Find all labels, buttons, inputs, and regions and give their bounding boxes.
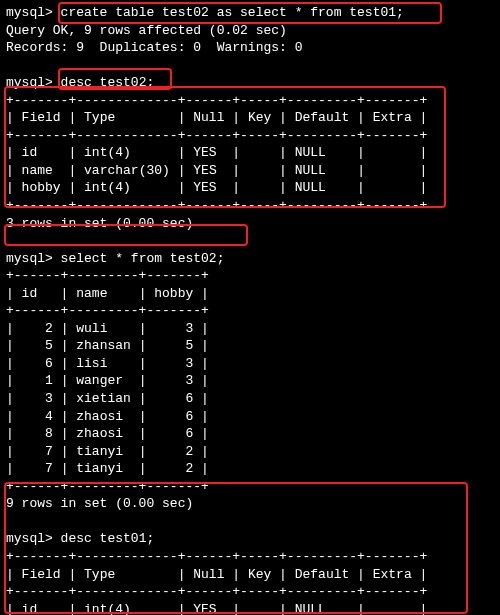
prompt: mysql> [6,5,53,20]
table-sep: +------+---------+-------+ [6,302,494,320]
table-sep: +-------+-------------+------+-----+----… [6,127,494,145]
table-header-row: | Field | Type | Null | Key | Default | … [6,109,494,127]
table-row: | name | varchar(30) | YES | | NULL | | [6,162,494,180]
table-row: | 7 | tianyi | 2 | [6,460,494,478]
table-sep: +-------+-------------+------+-----+----… [6,548,494,566]
table-row: | 2 | wuli | 3 | [6,320,494,338]
table-row: | id | int(4) | YES | | NULL | | [6,144,494,162]
table-sep: +------+---------+-------+ [6,267,494,285]
table-row: | 4 | zhaosi | 6 | [6,408,494,426]
table-sep: +-------+-------------+------+-----+----… [6,583,494,601]
cmd-desc01: desc test01; [53,531,154,546]
cmd-desc02: desc test02; [53,75,154,90]
output-line: Query OK, 9 rows affected (0.02 sec) [6,22,494,40]
table-row: | id | int(4) | YES | | NULL | | [6,601,494,615]
table-header-row: | id | name | hobby | [6,285,494,303]
output-line: 3 rows in set (0.00 sec) [6,215,494,233]
table-sep: +-------+-------------+------+-----+----… [6,197,494,215]
prompt: mysql> [6,531,53,546]
prompt: mysql> [6,251,53,266]
table-row: | 6 | lisi | 3 | [6,355,494,373]
table-row: | 1 | wanger | 3 | [6,372,494,390]
table-row: | hobby | int(4) | YES | | NULL | | [6,179,494,197]
terminal[interactable]: mysql> create table test02 as select * f… [0,0,500,615]
output-line: Records: 9 Duplicates: 0 Warnings: 0 [6,39,494,57]
prompt: mysql> [6,75,53,90]
table-row: | 8 | zhaosi | 6 | [6,425,494,443]
table-sep: +------+---------+-------+ [6,478,494,496]
table-header-row: | Field | Type | Null | Key | Default | … [6,566,494,584]
cmd-select: select * from test02; [53,251,225,266]
table-sep: +-------+-------------+------+-----+----… [6,92,494,110]
cmd-create: create table test02 as select * from tes… [53,5,404,20]
table-row: | 3 | xietian | 6 | [6,390,494,408]
table-row: | 7 | tianyi | 2 | [6,443,494,461]
output-line: 9 rows in set (0.00 sec) [6,495,494,513]
table-row: | 5 | zhansan | 5 | [6,337,494,355]
